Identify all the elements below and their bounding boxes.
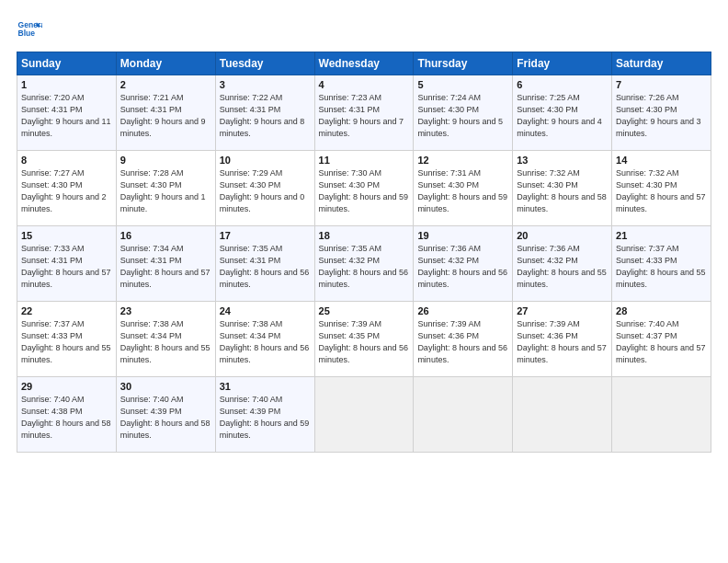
day-number: 11 — [319, 155, 410, 166]
weekday-header: Wednesday — [314, 52, 414, 75]
calendar-body: 1Sunrise: 7:20 AMSunset: 4:31 PMDaylight… — [17, 75, 711, 453]
day-number: 13 — [517, 155, 608, 166]
calendar-cell: 15Sunrise: 7:33 AMSunset: 4:31 PMDayligh… — [17, 226, 117, 302]
calendar-cell: 7Sunrise: 7:26 AMSunset: 4:30 PMDaylight… — [612, 75, 711, 151]
day-info: Sunrise: 7:37 AMSunset: 4:33 PMDaylight:… — [21, 318, 112, 366]
calendar-cell: 26Sunrise: 7:39 AMSunset: 4:36 PMDayligh… — [414, 302, 513, 377]
day-number: 15 — [21, 230, 112, 241]
day-info: Sunrise: 7:21 AMSunset: 4:31 PMDaylight:… — [120, 92, 211, 140]
day-number: 9 — [120, 155, 211, 166]
calendar-cell: 1Sunrise: 7:20 AMSunset: 4:31 PMDaylight… — [17, 75, 117, 151]
header: General Blue — [17, 17, 711, 42]
calendar-cell: 13Sunrise: 7:32 AMSunset: 4:30 PMDayligh… — [513, 151, 612, 226]
day-number: 3 — [220, 79, 311, 90]
day-info: Sunrise: 7:38 AMSunset: 4:34 PMDaylight:… — [220, 318, 311, 366]
weekday-header: Tuesday — [215, 52, 314, 75]
day-info: Sunrise: 7:31 AMSunset: 4:30 PMDaylight:… — [417, 167, 508, 215]
day-info: Sunrise: 7:36 AMSunset: 4:32 PMDaylight:… — [517, 243, 608, 291]
day-info: Sunrise: 7:34 AMSunset: 4:31 PMDaylight:… — [120, 243, 211, 291]
weekday-header: Friday — [513, 52, 612, 75]
day-info: Sunrise: 7:35 AMSunset: 4:32 PMDaylight:… — [319, 243, 410, 291]
weekday-header: Sunday — [17, 52, 117, 75]
calendar-cell: 16Sunrise: 7:34 AMSunset: 4:31 PMDayligh… — [116, 226, 215, 302]
calendar-cell: 22Sunrise: 7:37 AMSunset: 4:33 PMDayligh… — [17, 302, 117, 377]
day-number: 28 — [616, 305, 707, 316]
calendar-week-row: 29Sunrise: 7:40 AMSunset: 4:38 PMDayligh… — [17, 377, 711, 453]
day-info: Sunrise: 7:32 AMSunset: 4:30 PMDaylight:… — [616, 167, 707, 215]
calendar-page: General Blue SundayMondayTuesdayWednesda… — [0, 0, 728, 563]
calendar-week-row: 1Sunrise: 7:20 AMSunset: 4:31 PMDaylight… — [17, 75, 711, 151]
day-number: 16 — [120, 230, 211, 241]
day-info: Sunrise: 7:38 AMSunset: 4:34 PMDaylight:… — [120, 318, 211, 366]
calendar-cell: 8Sunrise: 7:27 AMSunset: 4:30 PMDaylight… — [17, 151, 117, 226]
calendar-cell — [414, 377, 513, 453]
day-number: 8 — [21, 155, 112, 166]
day-number: 23 — [120, 305, 211, 316]
day-info: Sunrise: 7:27 AMSunset: 4:30 PMDaylight:… — [21, 167, 112, 215]
day-number: 18 — [319, 230, 410, 241]
day-number: 12 — [417, 155, 508, 166]
day-number: 26 — [417, 305, 508, 316]
day-number: 6 — [517, 79, 608, 90]
calendar-cell: 18Sunrise: 7:35 AMSunset: 4:32 PMDayligh… — [314, 226, 414, 302]
calendar-cell: 12Sunrise: 7:31 AMSunset: 4:30 PMDayligh… — [414, 151, 513, 226]
calendar-week-row: 22Sunrise: 7:37 AMSunset: 4:33 PMDayligh… — [17, 302, 711, 377]
calendar-cell: 21Sunrise: 7:37 AMSunset: 4:33 PMDayligh… — [612, 226, 711, 302]
day-info: Sunrise: 7:28 AMSunset: 4:30 PMDaylight:… — [120, 167, 211, 215]
calendar-table: SundayMondayTuesdayWednesdayThursdayFrid… — [17, 52, 711, 453]
day-info: Sunrise: 7:33 AMSunset: 4:31 PMDaylight:… — [21, 243, 112, 291]
calendar-cell: 2Sunrise: 7:21 AMSunset: 4:31 PMDaylight… — [116, 75, 215, 151]
calendar-cell: 17Sunrise: 7:35 AMSunset: 4:31 PMDayligh… — [215, 226, 314, 302]
day-number: 14 — [616, 155, 707, 166]
day-number: 22 — [21, 305, 112, 316]
day-info: Sunrise: 7:39 AMSunset: 4:35 PMDaylight:… — [319, 318, 410, 366]
calendar-cell: 3Sunrise: 7:22 AMSunset: 4:31 PMDaylight… — [215, 75, 314, 151]
day-info: Sunrise: 7:40 AMSunset: 4:38 PMDaylight:… — [21, 394, 112, 442]
day-info: Sunrise: 7:22 AMSunset: 4:31 PMDaylight:… — [220, 92, 311, 140]
day-number: 27 — [517, 305, 608, 316]
day-number: 20 — [517, 230, 608, 241]
calendar-cell: 28Sunrise: 7:40 AMSunset: 4:37 PMDayligh… — [612, 302, 711, 377]
calendar-cell: 27Sunrise: 7:39 AMSunset: 4:36 PMDayligh… — [513, 302, 612, 377]
header-row: SundayMondayTuesdayWednesdayThursdayFrid… — [17, 52, 711, 75]
day-info: Sunrise: 7:24 AMSunset: 4:30 PMDaylight:… — [417, 92, 508, 140]
day-number: 19 — [417, 230, 508, 241]
day-info: Sunrise: 7:25 AMSunset: 4:30 PMDaylight:… — [517, 92, 608, 140]
day-number: 17 — [220, 230, 311, 241]
day-info: Sunrise: 7:40 AMSunset: 4:39 PMDaylight:… — [120, 394, 211, 442]
day-number: 4 — [319, 79, 410, 90]
day-info: Sunrise: 7:40 AMSunset: 4:37 PMDaylight:… — [616, 318, 707, 366]
day-info: Sunrise: 7:23 AMSunset: 4:31 PMDaylight:… — [319, 92, 410, 140]
day-info: Sunrise: 7:32 AMSunset: 4:30 PMDaylight:… — [517, 167, 608, 215]
calendar-cell — [314, 377, 414, 453]
day-info: Sunrise: 7:39 AMSunset: 4:36 PMDaylight:… — [417, 318, 508, 366]
calendar-week-row: 15Sunrise: 7:33 AMSunset: 4:31 PMDayligh… — [17, 226, 711, 302]
calendar-cell: 11Sunrise: 7:30 AMSunset: 4:30 PMDayligh… — [314, 151, 414, 226]
calendar-cell: 5Sunrise: 7:24 AMSunset: 4:30 PMDaylight… — [414, 75, 513, 151]
day-info: Sunrise: 7:37 AMSunset: 4:33 PMDaylight:… — [616, 243, 707, 291]
day-number: 31 — [220, 381, 311, 392]
calendar-week-row: 8Sunrise: 7:27 AMSunset: 4:30 PMDaylight… — [17, 151, 711, 226]
day-info: Sunrise: 7:29 AMSunset: 4:30 PMDaylight:… — [220, 167, 311, 215]
calendar-cell: 14Sunrise: 7:32 AMSunset: 4:30 PMDayligh… — [612, 151, 711, 226]
logo-icon: General Blue — [17, 17, 42, 42]
day-number: 29 — [21, 381, 112, 392]
day-info: Sunrise: 7:30 AMSunset: 4:30 PMDaylight:… — [319, 167, 410, 215]
day-number: 2 — [120, 79, 211, 90]
calendar-cell: 24Sunrise: 7:38 AMSunset: 4:34 PMDayligh… — [215, 302, 314, 377]
calendar-cell: 19Sunrise: 7:36 AMSunset: 4:32 PMDayligh… — [414, 226, 513, 302]
day-number: 21 — [616, 230, 707, 241]
day-info: Sunrise: 7:39 AMSunset: 4:36 PMDaylight:… — [517, 318, 608, 366]
day-number: 24 — [220, 305, 311, 316]
calendar-cell: 20Sunrise: 7:36 AMSunset: 4:32 PMDayligh… — [513, 226, 612, 302]
day-info: Sunrise: 7:26 AMSunset: 4:30 PMDaylight:… — [616, 92, 707, 140]
day-info: Sunrise: 7:40 AMSunset: 4:39 PMDaylight:… — [220, 394, 311, 442]
calendar-cell: 4Sunrise: 7:23 AMSunset: 4:31 PMDaylight… — [314, 75, 414, 151]
weekday-header: Thursday — [414, 52, 513, 75]
logo: General Blue — [17, 17, 46, 42]
weekday-header: Saturday — [612, 52, 711, 75]
day-number: 25 — [319, 305, 410, 316]
weekday-header: Monday — [116, 52, 215, 75]
calendar-cell — [513, 377, 612, 453]
calendar-cell: 10Sunrise: 7:29 AMSunset: 4:30 PMDayligh… — [215, 151, 314, 226]
